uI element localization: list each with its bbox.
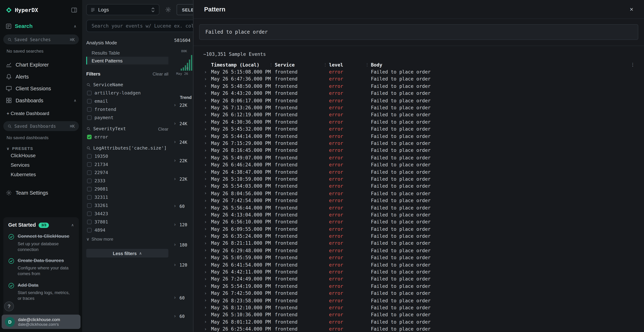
checkbox-unchecked[interactable] xyxy=(87,99,92,104)
table-row[interactable]: ›May 26 7:42:54.000 PMfrontenderrorFaile… xyxy=(203,197,638,204)
filter-clear-link[interactable]: Clear xyxy=(158,126,168,131)
checkbox-unchecked[interactable] xyxy=(87,220,92,224)
search-settings-button[interactable] xyxy=(162,4,173,15)
column-header-service[interactable]: Service xyxy=(275,62,329,68)
row-expand-icon[interactable]: › xyxy=(203,69,211,74)
row-expand-icon[interactable]: › xyxy=(203,84,211,89)
sidebar-preset-services[interactable]: Services xyxy=(0,160,82,170)
checkbox-unchecked[interactable] xyxy=(87,212,92,216)
table-row[interactable]: ›May 26 5:45:32.000 PMfrontenderrorFaile… xyxy=(203,126,638,132)
table-row[interactable]: ›May 26 5:10:36.000 PMfrontenderrorFaile… xyxy=(203,311,638,318)
checkbox-unchecked[interactable] xyxy=(87,91,92,95)
row-expand-icon[interactable]: › xyxy=(203,176,211,182)
saved-searches-input[interactable]: Saved Searches ⌘K xyxy=(3,34,79,44)
sidebar-item-client-sessions[interactable]: Client Sessions xyxy=(0,82,82,94)
row-expand-icon[interactable]: › xyxy=(203,305,211,310)
row-expand-icon[interactable]: › xyxy=(203,76,211,82)
row-expand-icon[interactable]: › xyxy=(203,169,211,174)
row-expand-icon[interactable]: › xyxy=(203,284,211,289)
table-row[interactable]: ›May 26 5:54:03.000 PMfrontenderrorFaile… xyxy=(203,183,638,190)
table-row[interactable]: ›May 26 5:15:08.000 PMfrontenderrorFaile… xyxy=(203,68,638,76)
row-expand-icon[interactable]: › xyxy=(203,255,211,260)
checkbox-checked[interactable] xyxy=(87,135,92,139)
checkbox-unchecked[interactable] xyxy=(87,187,92,192)
filter-checkbox-row[interactable]: 37801 xyxy=(86,219,168,225)
table-row[interactable]: ›May 26 6:35:24.000 PMfrontenderrorFaile… xyxy=(203,232,638,240)
table-row[interactable]: ›May 26 6:46:24.000 PMfrontenderrorFaile… xyxy=(203,161,638,168)
clear-all-filters-link[interactable]: Clear all xyxy=(152,71,168,76)
column-header-body[interactable]: Body xyxy=(371,62,638,68)
checkbox-unchecked[interactable] xyxy=(87,162,92,167)
filter-checkbox-row[interactable]: frontend xyxy=(86,107,168,112)
row-expand-icon[interactable]: › xyxy=(203,148,211,153)
row-expand-icon[interactable]: › xyxy=(203,262,211,268)
table-row[interactable]: ›May 26 8:23:58.000 PMfrontenderrorFaile… xyxy=(203,297,638,304)
filter-checkbox-row[interactable]: 29081 xyxy=(86,186,168,192)
filter-checkbox-row[interactable]: payment xyxy=(86,115,168,120)
row-expand-icon[interactable]: › xyxy=(203,126,211,132)
table-row[interactable]: ›May 26 5:10:59.000 PMfrontenderrorFaile… xyxy=(203,176,638,183)
row-expand-icon[interactable]: › xyxy=(203,326,211,332)
row-expand-icon[interactable]: › xyxy=(203,105,211,110)
presets-header[interactable]: ∨ PRESETS xyxy=(6,146,82,150)
filter-checkbox-row[interactable]: 34423 xyxy=(86,211,168,216)
sidebar-section-search[interactable]: Search ∧ xyxy=(0,16,82,29)
row-expand-icon[interactable]: › xyxy=(203,276,211,282)
column-header-level[interactable]: level xyxy=(329,62,371,68)
checkbox-unchecked[interactable] xyxy=(87,116,92,120)
sidebar-preset-kubernetes[interactable]: Kubernetes xyxy=(0,170,82,179)
row-expand-icon[interactable]: › xyxy=(203,134,211,139)
tab-results-table[interactable]: Results Table xyxy=(86,49,168,57)
create-dashboard-button[interactable]: + Create Dashboard xyxy=(6,111,82,116)
sidebar-item-team-settings[interactable]: Team Settings xyxy=(6,190,82,196)
saved-dashboards-input[interactable]: Saved Dashboards ⌘K xyxy=(3,121,79,131)
row-expand-icon[interactable]: › xyxy=(203,291,211,296)
table-row[interactable]: ›May 26 7:24:49.000 PMfrontenderrorFaile… xyxy=(203,276,638,283)
table-row[interactable]: ›May 26 8:12:10.000 PMfrontenderrorFaile… xyxy=(203,304,638,311)
checkbox-unchecked[interactable] xyxy=(87,170,92,175)
table-menu-icon[interactable]: ⋮ xyxy=(630,62,635,68)
table-row[interactable]: ›May 26 7:42:50.000 PMfrontenderrorFaile… xyxy=(203,290,638,297)
filter-checkbox-row[interactable]: 21734 xyxy=(86,162,168,167)
table-row[interactable]: ›May 26 4:30:36.000 PMfrontenderrorFaile… xyxy=(203,118,638,126)
source-select[interactable]: Logs xyxy=(86,4,160,15)
table-row[interactable]: ›May 26 8:01:12.000 PMfrontenderrorFaile… xyxy=(203,318,638,326)
checkbox-unchecked[interactable] xyxy=(87,195,92,200)
row-expand-icon[interactable]: › xyxy=(203,205,211,210)
get-started-item-title[interactable]: Create Data Sources xyxy=(18,258,74,264)
sidebar-item-dashboards[interactable]: Dashboards∧ xyxy=(0,94,82,106)
table-row[interactable]: ›May 26 6:29:48.000 PMfrontenderrorFaile… xyxy=(203,247,638,254)
row-expand-icon[interactable]: › xyxy=(203,298,211,303)
get-started-item-title[interactable]: Add Data xyxy=(18,282,74,288)
filter-checkbox-row[interactable]: 32311 xyxy=(86,194,168,200)
filter-checkbox-row[interactable]: 2333 xyxy=(86,178,168,184)
row-expand-icon[interactable]: › xyxy=(203,248,211,253)
row-expand-icon[interactable]: › xyxy=(203,312,211,318)
close-icon[interactable]: × xyxy=(630,6,633,12)
row-expand-icon[interactable]: › xyxy=(203,91,211,96)
checkbox-unchecked[interactable] xyxy=(87,107,92,112)
tab-event-patterns[interactable]: Event Patterns xyxy=(86,57,168,64)
row-expand-icon[interactable]: › xyxy=(203,155,211,160)
row-expand-icon[interactable]: › xyxy=(203,269,211,274)
show-more-link[interactable]: ∨Show more xyxy=(86,236,168,242)
filter-checkbox-row[interactable]: 4894 xyxy=(86,228,168,233)
sidebar-preset-clickhouse[interactable]: ClickHouse xyxy=(0,151,82,160)
table-row[interactable]: ›May 26 5:44:14.000 PMfrontenderrorFaile… xyxy=(203,132,638,140)
filter-checkbox-row[interactable]: 19350 xyxy=(86,154,168,159)
row-expand-icon[interactable]: › xyxy=(203,319,211,324)
table-row[interactable]: ›May 26 5:49:07.000 PMfrontenderrorFaile… xyxy=(203,154,638,161)
table-row[interactable]: ›May 26 5:48:50.000 PMfrontenderrorFaile… xyxy=(203,83,638,90)
table-row[interactable]: ›May 26 8:16:45.000 PMfrontenderrorFaile… xyxy=(203,147,638,154)
table-row[interactable]: ›May 26 4:13:04.000 PMfrontenderrorFaile… xyxy=(203,211,638,218)
table-row[interactable]: ›May 26 4:38:47.000 PMfrontenderrorFaile… xyxy=(203,168,638,176)
table-row[interactable]: ›May 26 6:56:10.000 PMfrontenderrorFaile… xyxy=(203,218,638,226)
checkbox-unchecked[interactable] xyxy=(87,228,92,232)
filter-checkbox-row[interactable]: 22974 xyxy=(86,170,168,176)
table-row[interactable]: ›May 26 5:54:19.000 PMfrontenderrorFaile… xyxy=(203,283,638,290)
row-expand-icon[interactable]: › xyxy=(203,198,211,203)
row-expand-icon[interactable]: › xyxy=(203,226,211,232)
sidebar-collapse-icon[interactable] xyxy=(71,7,77,13)
user-menu[interactable]: D dale@clickhouse.com dale@clickhouse.co… xyxy=(2,315,80,329)
table-row[interactable]: ›May 26 7:15:29.000 PMfrontenderrorFaile… xyxy=(203,140,638,147)
